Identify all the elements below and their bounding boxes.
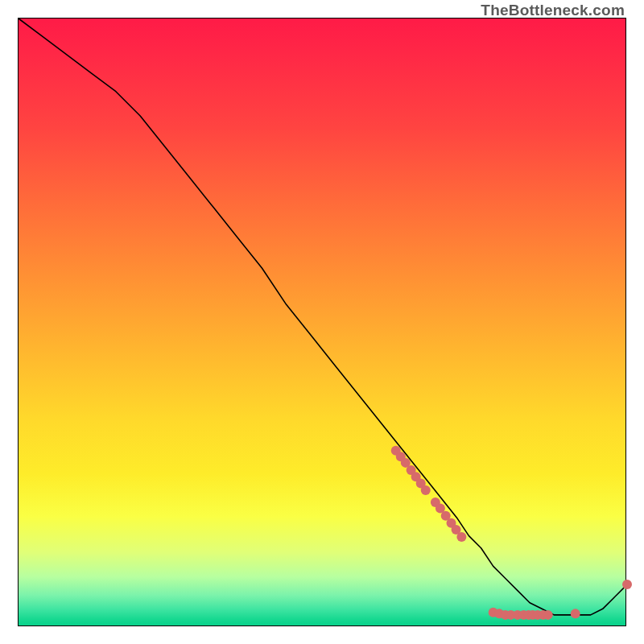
data-point [622, 580, 632, 589]
data-point [421, 485, 431, 495]
data-point [543, 610, 553, 620]
data-points [391, 446, 632, 620]
data-point [456, 532, 466, 542]
chart-svg [19, 19, 627, 627]
data-point [571, 609, 580, 618]
chart-container: TheBottleneck.com [0, 0, 644, 644]
attribution-label: TheBottleneck.com [481, 2, 625, 19]
bottleneck-curve [19, 19, 627, 615]
plot-area [18, 18, 626, 626]
